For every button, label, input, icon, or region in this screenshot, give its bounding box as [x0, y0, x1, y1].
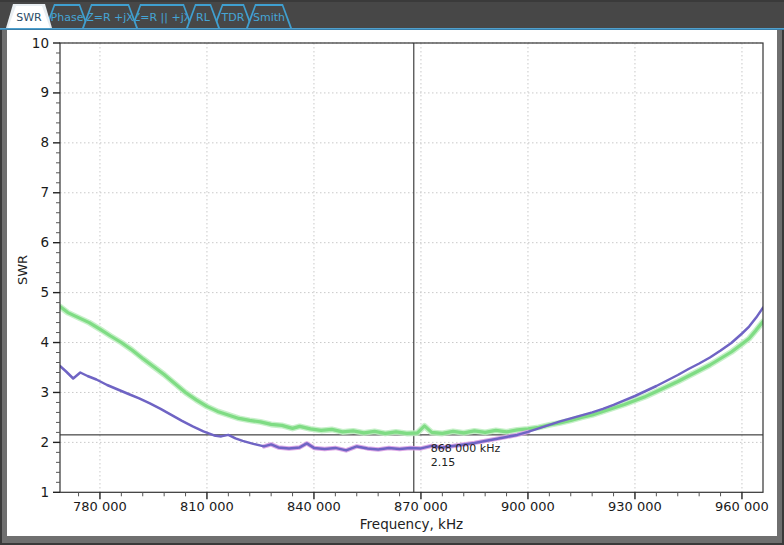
- y-tick-label: 7: [40, 184, 49, 200]
- cursor-swr-readout: 2.15: [431, 456, 456, 469]
- tab-label: RL: [188, 6, 218, 28]
- y-tick-label: 3: [40, 384, 49, 400]
- y-tick-label: 2: [40, 434, 49, 450]
- y-tick-label: 8: [40, 134, 49, 150]
- x-axis-title: Frequency, kHz: [360, 516, 463, 532]
- traces: [60, 307, 763, 451]
- gridlines: [60, 43, 763, 492]
- analyzer-window: SWRPhaseZ=R +jXZ=R || +jXRLTDRSmith 1234…: [0, 0, 784, 545]
- swr-chart: 12345678910780 000810 000840 000870 0009…: [7, 30, 777, 536]
- tab-smith[interactable]: Smith: [246, 4, 292, 28]
- cursor-frequency-readout: 868 000 kHz: [431, 442, 501, 455]
- tab-rl[interactable]: RL: [186, 4, 220, 28]
- tab-swr[interactable]: SWR: [6, 4, 52, 28]
- tab-z-series[interactable]: Z=R +jX: [82, 4, 138, 28]
- y-tick-label: 4: [40, 334, 49, 350]
- chart-tab-bar: SWRPhaseZ=R +jXZ=R || +jXRLTDRSmith: [0, 0, 784, 28]
- green-trace-glow: [60, 307, 763, 434]
- green-trace: [60, 307, 763, 434]
- y-tick-label: 1: [40, 484, 49, 500]
- x-tick-label: 900 000: [501, 499, 555, 514]
- tab-label: Z=R || +jX: [133, 6, 191, 28]
- x-tick-label: 780 000: [73, 499, 127, 514]
- y-axis-title: SWR: [15, 255, 30, 285]
- x-tick-label: 930 000: [608, 499, 662, 514]
- plot-border: [60, 43, 763, 492]
- y-tick-label: 10: [32, 35, 49, 51]
- x-tick-label: 810 000: [180, 499, 234, 514]
- y-tick-label: 9: [40, 84, 49, 100]
- x-tick-label: 960 000: [715, 499, 769, 514]
- tab-z-parallel[interactable]: Z=R || +jX: [131, 4, 193, 28]
- y-tick-label: 6: [40, 234, 49, 250]
- y-tick-label: 5: [40, 284, 49, 300]
- tab-label: Z=R +jX: [84, 6, 136, 28]
- x-tick-label: 840 000: [287, 499, 341, 514]
- swr-chart-panel: 12345678910780 000810 000840 000870 0009…: [7, 30, 777, 536]
- x-tick-label: 870 000: [394, 499, 448, 514]
